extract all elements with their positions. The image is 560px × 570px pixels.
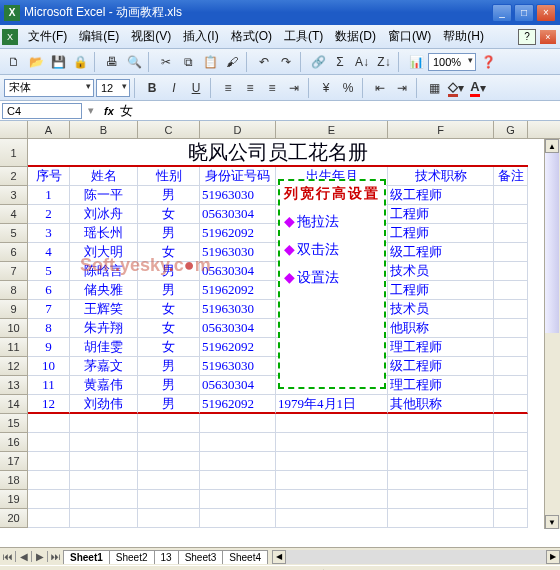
cell[interactable]: 级工程师 (388, 243, 494, 262)
row-header[interactable]: 2 (0, 167, 28, 186)
align-center-icon[interactable]: ≡ (240, 78, 260, 98)
cell[interactable]: 1 (28, 186, 70, 205)
cell[interactable]: 男 (138, 281, 200, 300)
cell[interactable]: 理工程师 (388, 338, 494, 357)
hdr-id[interactable]: 身份证号码 (200, 167, 276, 186)
row-header[interactable]: 10 (0, 319, 28, 338)
minimize-button[interactable]: _ (492, 4, 512, 22)
col-header-f[interactable]: F (388, 121, 494, 139)
cell[interactable]: 51962092 (200, 224, 276, 243)
cell[interactable] (494, 300, 528, 319)
col-header-a[interactable]: A (28, 121, 70, 139)
cell[interactable]: 05630304 (200, 319, 276, 338)
menu-window[interactable]: 窗口(W) (382, 26, 437, 47)
cell[interactable]: 男 (138, 395, 200, 414)
save-icon[interactable]: 💾 (48, 52, 68, 72)
cell[interactable] (494, 205, 528, 224)
row-header[interactable]: 16 (0, 433, 28, 452)
horizontal-scrollbar[interactable]: ◀ ▶ (272, 550, 560, 564)
align-left-icon[interactable]: ≡ (218, 78, 238, 98)
cell[interactable]: 王辉笑 (70, 300, 138, 319)
open-icon[interactable]: 📂 (26, 52, 46, 72)
row-header[interactable]: 13 (0, 376, 28, 395)
cell[interactable]: 8 (28, 319, 70, 338)
row-header[interactable]: 8 (0, 281, 28, 300)
tab-first-icon[interactable]: ⏮ (0, 551, 16, 562)
col-header-c[interactable]: C (138, 121, 200, 139)
cell[interactable]: 女 (138, 205, 200, 224)
preview-icon[interactable]: 🔍 (124, 52, 144, 72)
tab-13[interactable]: 13 (154, 550, 179, 564)
sum-icon[interactable]: Σ (330, 52, 350, 72)
cell[interactable]: 刘大明 (70, 243, 138, 262)
fontsize-combo[interactable]: 12 (96, 79, 130, 97)
undo-icon[interactable]: ↶ (254, 52, 274, 72)
scroll-down-icon[interactable]: ▼ (545, 515, 559, 529)
row-header[interactable]: 1 (0, 139, 28, 167)
cell[interactable] (494, 357, 528, 376)
sheet-title[interactable]: 晓风公司员工花名册 (28, 139, 528, 167)
menu-data[interactable]: 数据(D) (329, 26, 382, 47)
chart-icon[interactable]: 📊 (406, 52, 426, 72)
cell[interactable] (494, 395, 528, 414)
cell[interactable]: 6 (28, 281, 70, 300)
italic-icon[interactable]: I (164, 78, 184, 98)
menu-view[interactable]: 视图(V) (125, 26, 177, 47)
cell[interactable]: 男 (138, 376, 200, 395)
tab-last-icon[interactable]: ⏭ (48, 551, 64, 562)
cell[interactable]: 05630304 (200, 376, 276, 395)
cell[interactable]: 51963030 (200, 186, 276, 205)
row-header[interactable]: 5 (0, 224, 28, 243)
cell[interactable]: 05630304 (200, 262, 276, 281)
fx-icon[interactable]: fx (104, 105, 114, 117)
zoom-combo[interactable]: 100% (428, 53, 476, 71)
cell[interactable]: 陈一平 (70, 186, 138, 205)
cut-icon[interactable]: ✂ (156, 52, 176, 72)
cell[interactable]: 朱卉翔 (70, 319, 138, 338)
menu-insert[interactable]: 插入(I) (177, 26, 224, 47)
cell[interactable]: 12 (28, 395, 70, 414)
scroll-right-icon[interactable]: ▶ (546, 550, 560, 564)
cell[interactable]: 3 (28, 224, 70, 243)
cell[interactable]: 男 (138, 357, 200, 376)
cell[interactable]: 1979年4月1日 (276, 395, 388, 414)
scroll-left-icon[interactable]: ◀ (272, 550, 286, 564)
currency-icon[interactable]: ¥ (316, 78, 336, 98)
cell[interactable] (494, 281, 528, 300)
cell[interactable]: 工程师 (388, 281, 494, 300)
cell[interactable]: 理工程师 (388, 376, 494, 395)
row-header[interactable]: 12 (0, 357, 28, 376)
row-header[interactable]: 4 (0, 205, 28, 224)
tab-sheet2[interactable]: Sheet2 (109, 550, 155, 564)
cell[interactable]: 51963030 (200, 300, 276, 319)
underline-icon[interactable]: U (186, 78, 206, 98)
help-icon[interactable]: ❓ (478, 52, 498, 72)
scroll-up-icon[interactable]: ▲ (545, 139, 559, 153)
cell[interactable]: 茅嘉文 (70, 357, 138, 376)
cell[interactable]: 技术员 (388, 262, 494, 281)
cell[interactable]: 男 (138, 262, 200, 281)
cell[interactable]: 其他职称 (388, 395, 494, 414)
cell[interactable]: 女 (138, 319, 200, 338)
inner-close-button[interactable]: × (540, 30, 556, 44)
name-box[interactable]: C4 (2, 103, 82, 119)
cell[interactable]: 男 (138, 186, 200, 205)
borders-icon[interactable]: ▦ (424, 78, 444, 98)
select-all-corner[interactable] (0, 121, 28, 139)
cell[interactable]: 刘劲伟 (70, 395, 138, 414)
cell[interactable]: 黄嘉伟 (70, 376, 138, 395)
tab-sheet1[interactable]: Sheet1 (63, 550, 110, 564)
cell[interactable]: 女 (138, 338, 200, 357)
close-button[interactable]: × (536, 4, 556, 22)
formula-value[interactable]: 女 (120, 102, 133, 120)
cell[interactable] (494, 338, 528, 357)
cell[interactable]: 他职称 (388, 319, 494, 338)
fill-color-icon[interactable]: ◇▾ (446, 78, 466, 98)
cell[interactable] (494, 262, 528, 281)
col-header-b[interactable]: B (70, 121, 138, 139)
tab-sheet3[interactable]: Sheet3 (178, 550, 224, 564)
hdr-sex[interactable]: 性别 (138, 167, 200, 186)
cell[interactable]: 2 (28, 205, 70, 224)
cell[interactable]: 男 (138, 224, 200, 243)
cell[interactable] (494, 319, 528, 338)
